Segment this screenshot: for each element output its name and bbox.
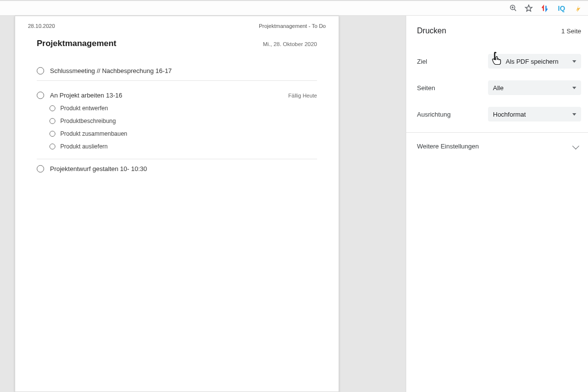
print-dialog-title: Drucken [417,26,446,35]
destination-dropdown[interactable]: Als PDF speichern [488,54,581,69]
svg-rect-5 [494,58,498,64]
sidebar-title-row: Drucken 1 Seite [417,26,581,35]
checkbox-circle-icon [49,131,55,137]
setting-destination: Ziel Als PDF speichern [417,48,581,74]
subtask-item: Produktbeschreibung [49,115,317,127]
task-label: Schlussmeeting // Nachbesprechung 16-17 [50,67,317,74]
print-sidebar: Drucken 1 Seite Ziel Als PDF speichern S… [406,16,588,392]
extension-iq-icon[interactable]: IQ [557,3,566,13]
dropdown-value: Hochformat [493,111,526,118]
task-label: An Projekt arbeiten 13-16 [50,92,282,99]
page-meta-title: Projektmanagement - To Do [259,23,326,29]
browser-toolbar: IQ [0,0,588,16]
subtask-label: Produkt entwerfen [60,105,108,112]
doc-title: Projektmanagement [37,39,117,49]
doc-title-row: Projektmanagement Mi., 28. Oktober 2020 [37,39,317,49]
extension-bolt-icon[interactable] [573,3,583,13]
svg-marker-4 [525,5,532,11]
subtask-label: Produkt ausliefern [60,143,108,150]
dropdown-value: Als PDF speichern [506,58,559,65]
chevron-down-icon [572,87,576,89]
setting-pages: Seiten Alle [417,74,581,101]
setting-label: Seiten [417,84,488,92]
subtask-item: Produkt zusammenbauen [49,127,317,140]
setting-label: Ausrichtung [417,111,488,118]
print-preview-page: 28.10.2020 Projektmanagement - To Do Pro… [15,16,339,392]
dropdown-value: Alle [493,84,504,92]
setting-layout: Ausrichtung Hochformat [417,101,581,127]
page-meta-date: 28.10.2020 [28,23,55,29]
chevron-down-icon [572,60,576,63]
page-meta-row: 28.10.2020 Projektmanagement - To Do [28,23,326,29]
subtask-label: Produkt zusammenbauen [60,130,127,137]
doc-date: Mi., 28. Oktober 2020 [263,41,317,47]
chevron-down-icon [572,113,576,116]
pdf-icon [493,57,501,65]
subtask-label: Produktbeschreibung [60,118,116,124]
task-item: An Projekt arbeiten 13-16 Fällig Heute P… [37,81,317,159]
more-settings-toggle[interactable]: Weitere Einstellungen [417,133,581,159]
task-due: Fällig Heute [288,93,317,98]
bookmark-star-icon[interactable] [524,4,533,13]
checkbox-circle-icon [37,92,44,99]
page-count-label: 1 Seite [562,27,581,35]
checkbox-circle-icon [49,118,55,124]
extension-arrows-icon[interactable] [540,3,550,13]
task-label: Projektentwurf gestalten 10- 10:30 [50,165,317,172]
subtask-list: Produkt entwerfen Produktbeschreibung Pr… [37,102,317,153]
svg-line-1 [514,9,516,11]
checkbox-circle-icon [37,67,44,74]
checkbox-circle-icon [49,144,55,149]
task-item: Projektentwurf gestalten 10- 10:30 [37,159,317,178]
chevron-down-icon [572,143,579,149]
subtask-item: Produkt ausliefern [49,140,317,153]
checkbox-circle-icon [37,165,44,172]
setting-label: Ziel [417,58,488,65]
print-stage: 28.10.2020 Projektmanagement - To Do Pro… [0,16,588,392]
more-settings-label: Weitere Einstellungen [417,143,479,150]
layout-dropdown[interactable]: Hochformat [488,107,581,122]
task-item: Schlussmeeting // Nachbesprechung 16-17 [37,61,317,81]
checkbox-circle-icon [49,105,55,111]
zoom-icon[interactable] [509,4,517,13]
subtask-item: Produkt entwerfen [49,102,317,115]
pages-dropdown[interactable]: Alle [488,80,581,95]
